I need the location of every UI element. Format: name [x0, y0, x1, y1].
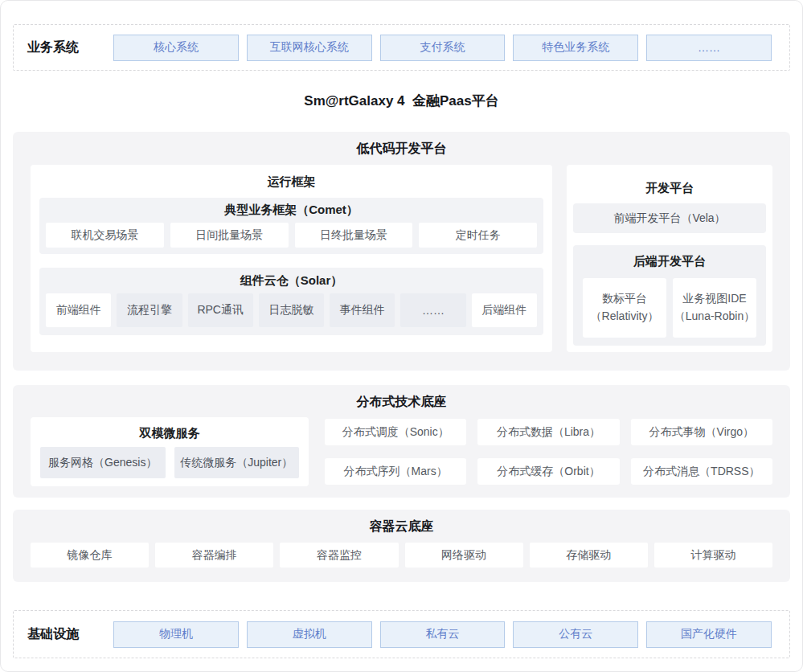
distributed-item: 分布式缓存（Orbit） [477, 458, 619, 485]
backend-platform-items: 数标平台 （Relativity） 业务视图IDE （Luna-Robin） [581, 278, 758, 338]
jupiter-microservice: 传统微服务（Jupiter） [174, 447, 300, 478]
distributed-item: 分布式数据（Libra） [477, 419, 619, 445]
lowcode-platform-title: 低代码开发平台 [31, 142, 772, 155]
infrastructure-box: 公有云 [513, 621, 638, 648]
business-system-box: 特色业务系统 [513, 35, 638, 61]
distributed-grid: 分布式调度（Sonic） 分布式数据（Libra） 分布式事物（Virgo） 分… [325, 417, 772, 486]
dev-platform-title: 开发平台 [573, 182, 766, 194]
comet-framework-title: 典型业务框架（Comet） [46, 203, 537, 215]
dual-microservice-title: 双模微服务 [40, 427, 299, 439]
dual-microservice-card: 双模微服务 服务网格（Genesis） 传统微服务（Jupiter） [31, 417, 309, 486]
container-cloud-item: 容器监控 [280, 543, 398, 568]
distributed-item: 分布式消息（TDRSS） [631, 458, 772, 485]
solar-item-more: …… [400, 293, 465, 327]
relativity-platform: 数标平台 （Relativity） [583, 278, 666, 338]
solar-item: 事件组件 [330, 293, 395, 327]
distributed-tech-title: 分布式技术底座 [31, 395, 772, 408]
container-cloud-items: 镜像仓库 容器编排 容器监控 网络驱动 存储驱动 计算驱动 [31, 543, 772, 568]
lowcode-platform-section: 低代码开发平台 运行框架 典型业务框架（Comet） 联机交易场景 日间批量场景… [13, 132, 790, 371]
container-cloud-item: 计算驱动 [654, 543, 772, 568]
distributed-body: 双模微服务 服务网格（Genesis） 传统微服务（Jupiter） 分布式调度… [31, 417, 772, 486]
runtime-framework-title: 运行框架 [39, 175, 543, 187]
business-system-box: 互联网核心系统 [247, 35, 372, 61]
backend-platform-title: 后端开发平台 [581, 255, 758, 267]
comet-item: 日终批量场景 [295, 223, 413, 248]
infrastructure-box: 虚拟机 [247, 621, 372, 648]
solar-component-card: 组件云仓（Solar） 前端组件 流程引擎 RPC通讯 日志脱敏 事件组件 ……… [39, 268, 543, 335]
comet-items: 联机交易场景 日间批量场景 日终批量场景 定时任务 [46, 223, 537, 248]
backend-platform-card: 后端开发平台 数标平台 （Relativity） 业务视图IDE （Luna-R… [573, 245, 766, 346]
business-systems-panel: 业务系统 核心系统 互联网核心系统 支付系统 特色业务系统 …… [13, 24, 790, 71]
dev-platform-card: 开发平台 前端开发平台（Vela） 后端开发平台 数标平台 （Relativit… [567, 165, 772, 352]
infrastructure-boxes: 物理机 虚拟机 私有云 公有云 国产化硬件 [113, 621, 772, 648]
solar-item: 流程引擎 [117, 293, 182, 327]
container-cloud-item: 镜像仓库 [31, 543, 149, 568]
platform-title: Sm@rtGalaxy 4 金融Paas平台 [1, 93, 802, 109]
infrastructure-panel: 基础设施 物理机 虚拟机 私有云 公有云 国产化硬件 [13, 610, 790, 658]
infrastructure-label: 基础设施 [27, 626, 113, 643]
infrastructure-box: 私有云 [380, 621, 506, 648]
runtime-framework-card: 运行框架 典型业务框架（Comet） 联机交易场景 日间批量场景 日终批量场景 … [31, 165, 552, 352]
business-systems-boxes: 核心系统 互联网核心系统 支付系统 特色业务系统 …… [113, 35, 772, 61]
comet-item: 定时任务 [419, 223, 537, 248]
container-cloud-item: 网络驱动 [405, 543, 523, 568]
business-system-box: 支付系统 [380, 35, 506, 61]
genesis-service-mesh: 服务网格（Genesis） [40, 447, 166, 478]
distributed-tech-section: 分布式技术底座 双模微服务 服务网格（Genesis） 传统微服务（Jupite… [13, 385, 790, 498]
comet-framework-card: 典型业务框架（Comet） 联机交易场景 日间批量场景 日终批量场景 定时任务 [39, 198, 543, 254]
infrastructure-box: 物理机 [113, 621, 239, 648]
container-cloud-item: 容器编排 [155, 543, 273, 568]
business-system-box: 核心系统 [113, 35, 239, 61]
architecture-diagram: 业务系统 核心系统 互联网核心系统 支付系统 特色业务系统 …… Sm@rtGa… [0, 0, 803, 672]
business-system-box-more: …… [646, 35, 772, 61]
luna-robin-ide: 业务视图IDE （Luna-Robin） [673, 278, 756, 338]
business-systems-label: 业务系统 [27, 39, 113, 56]
solar-component-title: 组件云仓（Solar） [46, 274, 537, 286]
solar-item-back: 后端组件 [472, 293, 537, 327]
solar-item: RPC通讯 [188, 293, 253, 327]
container-cloud-title: 容器云底座 [31, 520, 772, 533]
solar-item: 日志脱敏 [259, 293, 324, 327]
comet-item: 联机交易场景 [46, 223, 164, 248]
container-cloud-item: 存储驱动 [530, 543, 648, 568]
distributed-item: 分布式调度（Sonic） [325, 419, 466, 445]
solar-items: 前端组件 流程引擎 RPC通讯 日志脱敏 事件组件 …… 后端组件 [46, 293, 537, 327]
dual-microservice-items: 服务网格（Genesis） 传统微服务（Jupiter） [40, 447, 299, 478]
distributed-item: 分布式事物（Virgo） [631, 419, 772, 445]
distributed-item: 分布式序列（Mars） [325, 458, 466, 485]
comet-item: 日间批量场景 [170, 223, 289, 248]
vela-frontend-platform: 前端开发平台（Vela） [573, 203, 766, 233]
lowcode-body: 运行框架 典型业务框架（Comet） 联机交易场景 日间批量场景 日终批量场景 … [31, 165, 772, 352]
solar-item-front: 前端组件 [46, 293, 111, 327]
infrastructure-box: 国产化硬件 [646, 621, 772, 648]
container-cloud-section: 容器云底座 镜像仓库 容器编排 容器监控 网络驱动 存储驱动 计算驱动 [13, 510, 790, 582]
